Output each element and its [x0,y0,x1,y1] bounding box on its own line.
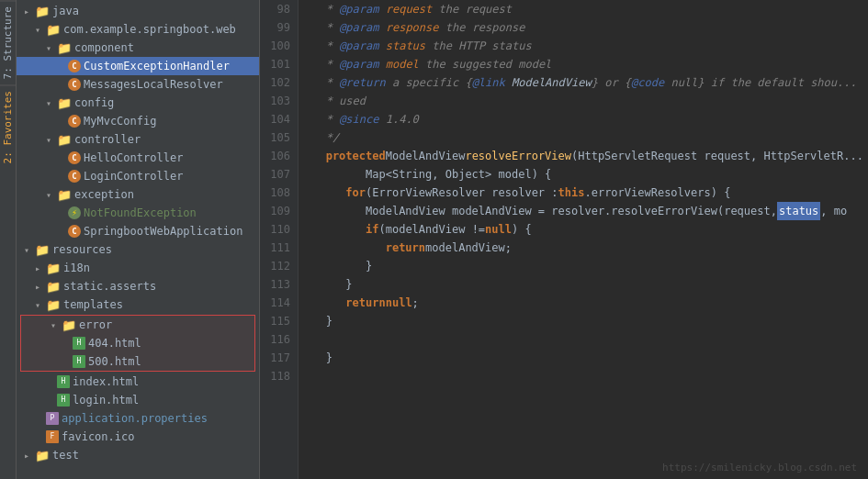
tree-item-exception[interactable]: ▾ 📁 exception [17,185,259,204]
keyword-null: null [485,220,512,239]
keyword-this: this [558,184,585,202]
class-icon-swa: C [68,225,81,238]
tree-item-404[interactable]: H 404.html [21,334,254,352]
tree-item-not-found-exception[interactable]: ⚡ NotFoundException [17,204,259,222]
code-line-112: } [306,257,861,275]
exception-icon-nfe: ⚡ [68,206,81,219]
tree-item-static-asserts[interactable]: ▸ 📁 static.asserts [17,277,259,295]
tree-item-login[interactable]: H login.html [17,391,259,409]
structure-tab[interactable]: 7: Structure [0,0,16,84]
label-static-asserts: static.asserts [63,280,156,293]
tree-item-custom-exception-handler[interactable]: C CustomExceptionHandler [17,57,259,75]
code-line-116 [306,330,861,349]
label-500: 500.html [88,355,141,368]
code-line-110: if (modelAndView != null) { [306,220,861,239]
code-line-115: } [306,312,861,330]
line-105: 105 [260,128,290,147]
tree-item-favicon[interactable]: F favicon.ico [17,428,259,446]
arrow-error: ▾ [51,320,60,330]
tree-item-config[interactable]: ▾ 📁 config [17,94,259,112]
tree-item-templates[interactable]: ▾ 📁 templates [17,295,259,314]
tree-item-test[interactable]: ▸ 📁 test [17,446,259,464]
folder-icon-static: 📁 [46,280,61,294]
folder-icon-test: 📁 [35,449,50,462]
folder-icon-i18n: 📁 [46,262,61,275]
code-line-118 [306,367,861,385]
arrow-nfe [57,208,66,218]
line-107-content: Map<String, Object> model) { [306,165,551,184]
line-112: 112 [260,257,290,275]
comment-103: * used [306,92,366,110]
html-icon-404: H [73,337,85,350]
tree-item-error[interactable]: ▾ 📁 error [21,316,254,334]
tree-item-component[interactable]: ▾ 📁 component [17,39,259,57]
label-hc: HelloController [84,151,183,164]
tree-item-springboot-web-app[interactable]: C SpringbootWebApplication [17,222,259,240]
comment-101: * @param model the suggested model [306,55,551,73]
side-panel-labels[interactable]: 7: Structure 2: Favorites [0,0,17,479]
tree-item-i18n[interactable]: ▸ 📁 i18n [17,259,259,277]
tree-item-hello-controller[interactable]: C HelloController [17,149,259,167]
file-tree-panel: ▸ 📁 java ▾ 📁 com.example.springboot.web … [17,0,260,479]
tree-item-java[interactable]: ▸ 📁 java [17,2,259,20]
for-content-2: .errorViewResolvers) { [584,184,730,202]
tree-item-index[interactable]: H index.html [17,373,259,391]
code-line-109: 💡 ModelAndView modelAndView = resolver.r… [306,202,861,220]
line-108: 108 [260,184,290,202]
params-1: (HttpServletRequest request, HttpServlet… [571,147,863,165]
tree-item-com-example[interactable]: ▾ 📁 com.example.springboot.web [17,20,259,39]
label-mlr: MessagesLocalResolver [84,78,223,91]
tree-item-app-props[interactable]: P application.properties [17,409,259,428]
close-method-brace: } [306,312,333,330]
null-val: null [386,294,412,312]
label-nfe: NotFoundException [84,206,197,219]
line-99: 99 [260,18,290,37]
label-lc: LoginController [84,170,183,183]
arrow-app-props [35,414,44,424]
arrow-index [46,377,55,387]
label-index: index.html [73,375,139,388]
code-line-98: * @param request the request [306,0,861,18]
tree-item-500[interactable]: H 500.html [21,352,254,371]
folder-icon-templates: 📁 [46,298,61,312]
folder-icon-exception: 📁 [57,188,72,202]
label-error: error [79,318,112,331]
close-for-brace: } [306,275,353,294]
tree-item-messages-local-resolver[interactable]: C MessagesLocalResolver [17,75,259,94]
label-app-props: application.properties [62,412,208,425]
label-404: 404.html [88,337,141,350]
comment-102: * @return a specific {@link ModelAndView… [306,73,857,92]
tree-item-resources[interactable]: ▾ 📁 resources [17,240,259,259]
line-103: 103 [260,92,290,110]
code-line-105: */ [306,128,861,147]
keyword-return-mav: return [306,239,425,257]
tree-item-controller[interactable]: ▾ 📁 controller [17,130,259,149]
arrow-hc [57,153,66,163]
label-java: java [52,5,79,17]
html-icon-500: H [73,355,85,368]
tree-item-mymvcconfig[interactable]: C MyMvcConfig [17,112,259,130]
class-icon-lc: C [68,170,81,183]
folder-icon-component: 📁 [57,41,72,55]
folder-icon-config: 📁 [57,96,72,110]
main-content: 98 99 100 101 102 103 104 105 106 107 10… [260,0,868,479]
tree-item-login-controller[interactable]: C LoginController [17,167,259,185]
class-icon-hc: C [68,151,81,164]
method-name: resolveErrorView [465,147,571,165]
arrow-com-example: ▾ [35,25,44,35]
code-line-107: Map<String, Object> model) { [306,165,861,184]
label-resources: resources [52,243,112,256]
line-110: 110 [260,220,290,239]
arrow-exception: ▾ [46,190,55,200]
favorites-tab[interactable]: 2: Favorites [0,84,16,169]
code-editor[interactable]: * @param request the request * @param re… [299,0,868,479]
mav-assign: ModelAndView modelAndView = resolver.res… [306,202,777,220]
keyword-return-null: return [306,294,386,312]
comment-99: * @param response the response [306,18,524,37]
label-config: config [74,96,114,109]
folder-icon-controller: 📁 [57,133,72,147]
arrow-test: ▸ [24,451,33,461]
code-line-104: * @since 1.4.0 [306,110,861,128]
close-class-brace: } [306,349,333,367]
arrow-lc [57,172,66,182]
